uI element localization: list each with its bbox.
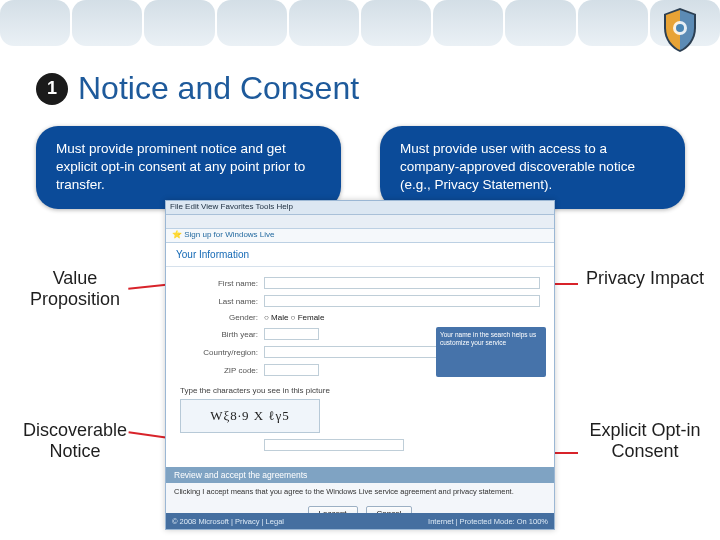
captcha-image: Wξ8·9 X ℓγ5 bbox=[180, 399, 320, 433]
browser-toolbar bbox=[166, 215, 554, 229]
svg-point-1 bbox=[676, 24, 684, 32]
shield-icon bbox=[660, 6, 700, 54]
footer-right: Internet | Protected Mode: On 100% bbox=[428, 517, 548, 526]
browser-tab: ⭐ Sign up for Windows Live bbox=[166, 229, 554, 243]
last-name-field[interactable] bbox=[264, 295, 540, 307]
step-number-badge: 1 bbox=[36, 73, 68, 105]
agreement-text: Clicking I accept means that you agree t… bbox=[166, 483, 554, 500]
label-discoverable-notice: Discoverable Notice bbox=[10, 420, 140, 461]
slide-title: Notice and Consent bbox=[78, 70, 359, 107]
signup-form: Your name in the search helps us customi… bbox=[166, 267, 554, 467]
help-callout: Your name in the search helps us customi… bbox=[436, 327, 546, 377]
label-value-proposition: Value Proposition bbox=[10, 268, 140, 309]
decorative-topbar bbox=[0, 0, 720, 46]
agreement-heading: Review and accept the agreements bbox=[166, 467, 554, 483]
page-section-heading: Your Information bbox=[166, 243, 554, 267]
captcha-input[interactable] bbox=[264, 439, 404, 451]
browser-menu-bar: File Edit View Favorites Tools Help bbox=[166, 201, 554, 215]
captcha-instruction: Type the characters you see in this pict… bbox=[180, 386, 540, 395]
browser-status-bar: © 2008 Microsoft | Privacy | Legal Inter… bbox=[166, 513, 554, 529]
footer-left: © 2008 Microsoft | Privacy | Legal bbox=[172, 517, 284, 526]
label-last-name: Last name: bbox=[180, 297, 258, 306]
label-country: Country/region: bbox=[180, 348, 258, 357]
label-explicit-optin: Explicit Opt-in Consent bbox=[580, 420, 710, 461]
label-zip: ZIP code: bbox=[180, 366, 258, 375]
label-privacy-impact: Privacy Impact bbox=[580, 268, 710, 289]
gender-options[interactable]: ○ Male ○ Female bbox=[264, 313, 324, 322]
slide-title-row: 1 Notice and Consent bbox=[36, 70, 359, 107]
label-birth-year: Birth year: bbox=[180, 330, 258, 339]
notice-bubble-left: Must provide prominent notice and get ex… bbox=[36, 126, 341, 209]
first-name-field[interactable] bbox=[264, 277, 540, 289]
notice-bubble-right: Must provide user with access to a compa… bbox=[380, 126, 685, 209]
label-gender: Gender: bbox=[180, 313, 258, 322]
birth-year-field[interactable] bbox=[264, 328, 319, 340]
browser-tab-label: Sign up for Windows Live bbox=[184, 230, 274, 239]
zip-field[interactable] bbox=[264, 364, 319, 376]
browser-window-screenshot: File Edit View Favorites Tools Help ⭐ Si… bbox=[165, 200, 555, 530]
label-first-name: First name: bbox=[180, 279, 258, 288]
